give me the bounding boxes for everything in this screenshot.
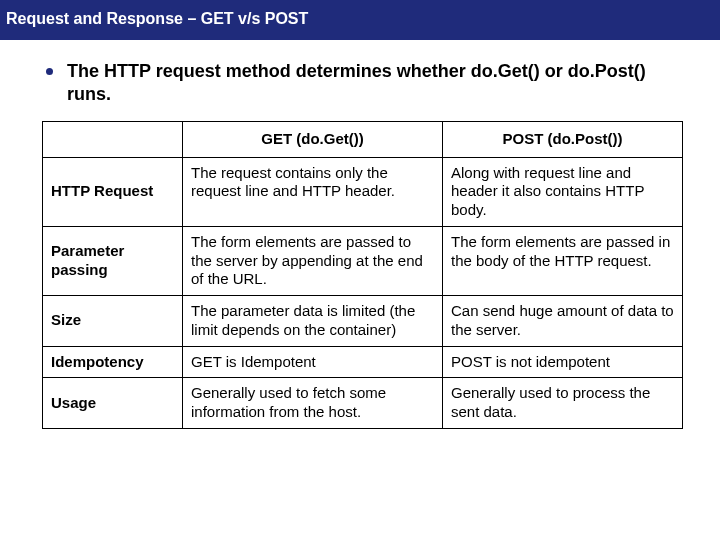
table-row: Usage Generally used to fetch some infor… xyxy=(43,378,683,429)
cell-post: The form elements are passed in the body… xyxy=(443,226,683,295)
cell-get: The parameter data is limited (the limit… xyxy=(183,296,443,347)
row-label: Usage xyxy=(43,378,183,429)
row-label: HTTP Request xyxy=(43,157,183,226)
row-label: Idempotency xyxy=(43,346,183,378)
bullet-icon xyxy=(46,68,53,75)
bullet-item: The HTTP request method determines wheth… xyxy=(46,60,688,107)
row-label: Size xyxy=(43,296,183,347)
table-row: Parameter passing The form elements are … xyxy=(43,226,683,295)
comparison-table: GET (do.Get()) POST (do.Post()) HTTP Req… xyxy=(42,121,683,429)
cell-post: Can send huge amount of data to the serv… xyxy=(443,296,683,347)
header-get: GET (do.Get()) xyxy=(183,121,443,157)
cell-post: Generally used to process the sent data. xyxy=(443,378,683,429)
slide-content: The HTTP request method determines wheth… xyxy=(0,40,720,429)
cell-get: The form elements are passed to the serv… xyxy=(183,226,443,295)
cell-get: GET is Idempotent xyxy=(183,346,443,378)
row-label: Parameter passing xyxy=(43,226,183,295)
cell-get: The request contains only the request li… xyxy=(183,157,443,226)
table-row: HTTP Request The request contains only t… xyxy=(43,157,683,226)
table-row: Idempotency GET is Idempotent POST is no… xyxy=(43,346,683,378)
slide-title: Request and Response – GET v/s POST xyxy=(0,0,720,40)
cell-post: POST is not idempotent xyxy=(443,346,683,378)
cell-get: Generally used to fetch some information… xyxy=(183,378,443,429)
table-row: Size The parameter data is limited (the … xyxy=(43,296,683,347)
slide: Request and Response – GET v/s POST The … xyxy=(0,0,720,540)
table-header-row: GET (do.Get()) POST (do.Post()) xyxy=(43,121,683,157)
header-blank xyxy=(43,121,183,157)
header-post: POST (do.Post()) xyxy=(443,121,683,157)
bullet-text: The HTTP request method determines wheth… xyxy=(67,60,688,107)
cell-post: Along with request line and header it al… xyxy=(443,157,683,226)
